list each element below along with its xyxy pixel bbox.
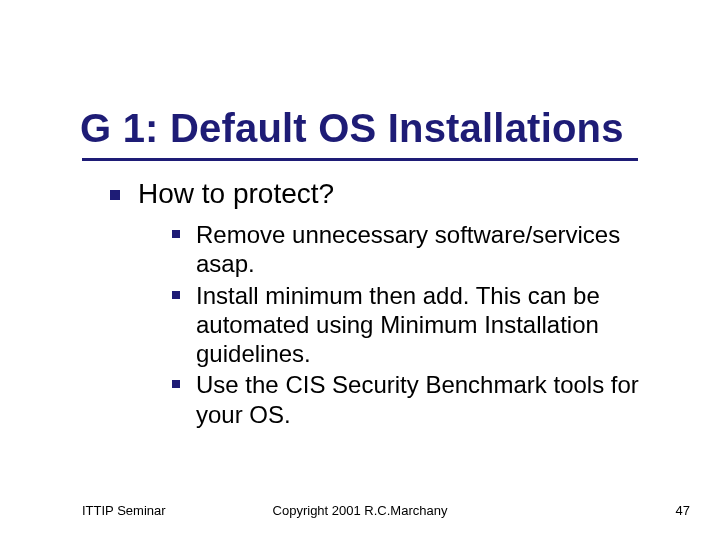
slide-body: How to protect? Remove unnecessary softw… [110,178,670,431]
heading-text: How to protect? [138,178,334,210]
list-item: Remove unnecessary software/services asa… [172,220,670,279]
list-item: Install minimum then add. This can be au… [172,281,670,369]
square-bullet-icon [172,291,180,299]
list-item: Use the CIS Security Benchmark tools for… [172,370,670,429]
slide-title: G 1: Default OS Installations [80,106,624,151]
bullet-text: Install minimum then add. This can be au… [196,281,666,369]
square-bullet-icon [110,190,120,200]
list-item: How to protect? [110,178,670,210]
bullet-text: Remove unnecessary software/services asa… [196,220,666,279]
slide-footer: ITTIP Seminar Copyright 2001 R.C.Marchan… [0,503,720,518]
square-bullet-icon [172,230,180,238]
bullet-text: Use the CIS Security Benchmark tools for… [196,370,666,429]
footer-center: Copyright 2001 R.C.Marchany [0,503,720,518]
title-underline [82,158,638,161]
square-bullet-icon [172,380,180,388]
